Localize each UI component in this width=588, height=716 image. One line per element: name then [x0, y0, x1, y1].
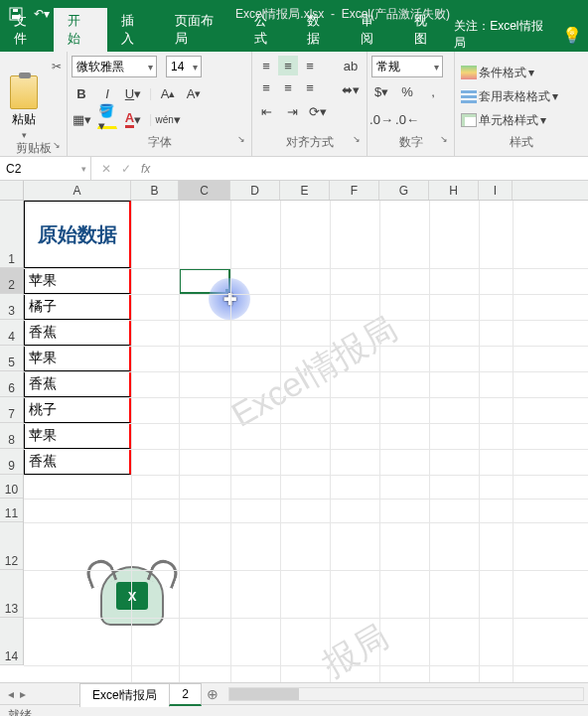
col-header-C[interactable]: C — [179, 181, 230, 200]
sheet-tab-2[interactable]: 2 — [169, 683, 202, 706]
cursor-icon — [209, 278, 250, 320]
align-right-button[interactable]: ≡ — [300, 77, 320, 97]
cell-A9[interactable]: 香蕉 — [24, 449, 131, 475]
sheet-tab-bar: ◂ ▸ Excel情报局 2 ⊕ — [0, 682, 588, 704]
row-header-7[interactable]: 7 — [0, 397, 23, 423]
row-header-5[interactable]: 5 — [0, 346, 23, 371]
col-header-A[interactable]: A — [24, 181, 131, 200]
grow-font-button[interactable]: A▴ — [158, 83, 178, 103]
merge-button[interactable]: ⬌▾ — [336, 79, 366, 99]
tab-file[interactable]: 文件 — [0, 8, 54, 52]
fill-color-button[interactable]: 🪣▾ — [97, 109, 117, 129]
watermark: 报局 — [315, 614, 396, 682]
row-header-1[interactable]: 1 — [0, 201, 23, 268]
follow-link[interactable]: 关注：Excel情报局 — [454, 18, 554, 52]
align-left-button[interactable]: ≡ — [256, 77, 276, 97]
conditional-format-icon — [461, 66, 477, 79]
col-header-H[interactable]: H — [429, 181, 479, 200]
border-button[interactable]: ▦▾ — [72, 109, 91, 129]
accounting-button[interactable]: $▾ — [371, 81, 391, 101]
row-header-3[interactable]: 3 — [0, 294, 23, 320]
table-format-button[interactable]: 套用表格格式 ▾ — [459, 85, 560, 107]
tab-insert[interactable]: 插入 — [107, 8, 161, 52]
col-header-B[interactable]: B — [131, 181, 179, 200]
help-icon[interactable]: 💡 — [562, 26, 582, 45]
font-size-select[interactable]: 14 — [166, 56, 202, 77]
row-header-14[interactable]: 14 — [0, 618, 23, 665]
phonetic-button[interactable]: wén▾ — [158, 109, 178, 129]
align-middle-button[interactable]: ≡ — [278, 56, 298, 75]
increase-decimal-button[interactable]: .0→ — [371, 109, 391, 129]
table-format-icon — [461, 89, 477, 103]
cell-A8[interactable]: 苹果 — [24, 423, 131, 449]
formula-input[interactable] — [160, 157, 588, 180]
cell-A2[interactable]: 苹果 — [24, 268, 131, 294]
row-header-13[interactable]: 13 — [0, 570, 23, 618]
cell-A7[interactable]: 桃子 — [24, 397, 131, 423]
cell-style-button[interactable]: 单元格样式 ▾ — [459, 109, 548, 131]
col-header-D[interactable]: D — [230, 181, 280, 200]
row-header-2[interactable]: 2 — [0, 268, 23, 294]
tab-review[interactable]: 审阅 — [347, 8, 400, 52]
watermark: Excel情报局 — [223, 307, 405, 438]
row-header-4[interactable]: 4 — [0, 320, 23, 346]
col-header-G[interactable]: G — [379, 181, 429, 200]
name-box[interactable]: C2 — [0, 157, 91, 180]
add-sheet-button[interactable]: ⊕ — [201, 686, 224, 702]
comma-button[interactable]: , — [423, 81, 443, 101]
align-top-button[interactable]: ≡ — [256, 56, 276, 75]
orientation-button[interactable]: ⟳▾ — [308, 101, 328, 121]
cell-A1[interactable]: 原始数据 — [24, 201, 131, 268]
col-header-F[interactable]: F — [330, 181, 379, 200]
cell-A5[interactable]: 苹果 — [24, 346, 131, 371]
sheet-nav-prev-icon[interactable]: ◂ — [8, 687, 14, 701]
wrap-text-button[interactable]: ab — [336, 56, 366, 75]
increase-indent-button[interactable]: ⇥ — [282, 101, 302, 121]
cancel-formula-icon[interactable]: ✕ — [101, 162, 111, 176]
tab-layout[interactable]: 页面布局 — [161, 8, 240, 52]
accept-formula-icon[interactable]: ✓ — [121, 162, 131, 176]
sheet-nav-next-icon[interactable]: ▸ — [20, 687, 26, 701]
percent-button[interactable]: % — [397, 81, 417, 101]
active-cell-selection — [179, 268, 230, 294]
style-group-label: 样式 — [459, 134, 584, 154]
paste-icon[interactable] — [10, 75, 38, 109]
row-header-12[interactable]: 12 — [0, 522, 23, 570]
italic-button[interactable]: I — [97, 83, 117, 103]
decrease-indent-button[interactable]: ⇤ — [256, 101, 276, 121]
align-bottom-button[interactable]: ≡ — [300, 56, 320, 75]
underline-button[interactable]: U▾ — [123, 83, 143, 103]
font-color-button[interactable]: A▾ — [123, 109, 143, 129]
conditional-format-button[interactable]: 条件格式 ▾ — [459, 62, 536, 83]
tab-data[interactable]: 数据 — [293, 8, 347, 52]
tab-formula[interactable]: 公式 — [240, 8, 294, 52]
tab-view[interactable]: 视图 — [400, 8, 454, 52]
cut-icon[interactable]: ✂ — [52, 60, 62, 73]
cell-A6[interactable]: 香蕉 — [24, 371, 131, 397]
align-group-label: 对齐方式 ↘ — [256, 134, 363, 154]
fx-icon[interactable]: fx — [141, 162, 150, 176]
number-group-label: 数字 ↘ — [371, 134, 450, 154]
align-center-button[interactable]: ≡ — [278, 77, 298, 97]
col-header-E[interactable]: E — [280, 181, 330, 200]
spreadsheet-grid[interactable]: ABCDEFGHI 1234567891011121314 Excel情报局 报… — [0, 181, 588, 682]
select-all-corner[interactable] — [0, 181, 24, 201]
col-header-I[interactable]: I — [479, 181, 513, 200]
decrease-decimal-button[interactable]: .0← — [397, 109, 417, 129]
horizontal-scrollbar[interactable] — [228, 687, 584, 701]
sheet-tab-1[interactable]: Excel情报局 — [79, 683, 170, 707]
bold-button[interactable]: B — [72, 83, 91, 103]
row-header-8[interactable]: 8 — [0, 423, 23, 449]
row-header-10[interactable]: 10 — [0, 475, 23, 499]
tab-home[interactable]: 开始 — [54, 8, 107, 52]
paste-button[interactable]: 粘贴 — [12, 111, 36, 128]
font-name-select[interactable]: 微软雅黑 — [72, 56, 157, 77]
cell-A3[interactable]: 橘子 — [24, 294, 131, 320]
shrink-font-button[interactable]: A▾ — [184, 83, 204, 103]
cell-A4[interactable]: 香蕉 — [24, 320, 131, 346]
row-header-6[interactable]: 6 — [0, 371, 23, 397]
row-header-11[interactable]: 11 — [0, 499, 23, 522]
cell-style-icon — [461, 113, 477, 127]
number-format-select[interactable]: 常规 — [371, 56, 443, 77]
row-header-9[interactable]: 9 — [0, 449, 23, 475]
